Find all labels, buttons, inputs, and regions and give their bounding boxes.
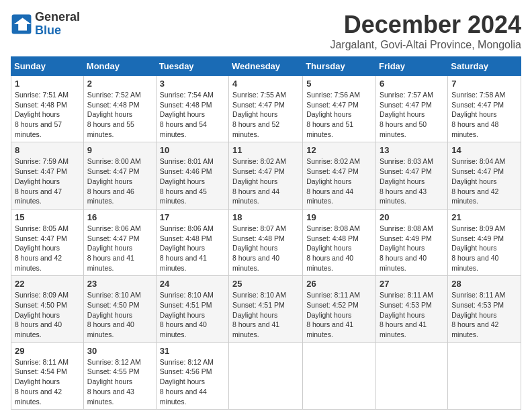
day-info: Sunrise: 8:11 AM Sunset: 4:52 PM Dayligh… bbox=[306, 290, 372, 339]
calendar-week-5: 29 Sunrise: 8:11 AM Sunset: 4:54 PM Dayl… bbox=[11, 342, 521, 409]
month-title: December 2024 bbox=[330, 11, 521, 39]
calendar-cell: 13 Sunrise: 8:03 AM Sunset: 4:47 PM Dayl… bbox=[376, 142, 448, 209]
calendar-cell: 29 Sunrise: 8:11 AM Sunset: 4:54 PM Dayl… bbox=[11, 342, 84, 409]
day-info: Sunrise: 8:05 AM Sunset: 4:47 PM Dayligh… bbox=[15, 224, 80, 273]
day-number: 26 bbox=[306, 279, 372, 289]
day-info: Sunrise: 8:10 AM Sunset: 4:50 PM Dayligh… bbox=[87, 290, 152, 339]
day-number: 20 bbox=[380, 212, 444, 222]
calendar-cell bbox=[229, 342, 303, 409]
day-number: 31 bbox=[160, 346, 225, 356]
day-info: Sunrise: 8:01 AM Sunset: 4:46 PM Dayligh… bbox=[160, 156, 225, 205]
location-title: Jargalant, Govi-Altai Province, Mongolia bbox=[330, 39, 521, 51]
calendar-cell: 22 Sunrise: 8:09 AM Sunset: 4:50 PM Dayl… bbox=[11, 276, 84, 342]
header-saturday: Saturday bbox=[448, 57, 521, 76]
calendar-week-2: 8 Sunrise: 7:59 AM Sunset: 4:47 PM Dayli… bbox=[11, 142, 521, 209]
day-info: Sunrise: 7:57 AM Sunset: 4:47 PM Dayligh… bbox=[380, 90, 444, 139]
day-number: 6 bbox=[380, 79, 444, 89]
calendar-week-3: 15 Sunrise: 8:05 AM Sunset: 4:47 PM Dayl… bbox=[11, 209, 521, 275]
day-number: 30 bbox=[87, 346, 152, 356]
calendar-cell: 11 Sunrise: 8:02 AM Sunset: 4:47 PM Dayl… bbox=[229, 142, 303, 209]
day-info: Sunrise: 8:11 AM Sunset: 4:54 PM Dayligh… bbox=[15, 357, 80, 406]
calendar-cell: 1 Sunrise: 7:51 AM Sunset: 4:48 PM Dayli… bbox=[11, 76, 84, 142]
day-info: Sunrise: 8:07 AM Sunset: 4:48 PM Dayligh… bbox=[232, 224, 299, 273]
calendar-cell: 6 Sunrise: 7:57 AM Sunset: 4:47 PM Dayli… bbox=[376, 76, 448, 142]
day-number: 22 bbox=[15, 279, 80, 289]
calendar-cell: 17 Sunrise: 8:06 AM Sunset: 4:48 PM Dayl… bbox=[156, 209, 228, 275]
day-number: 5 bbox=[306, 79, 372, 89]
day-info: Sunrise: 8:06 AM Sunset: 4:47 PM Dayligh… bbox=[87, 224, 152, 273]
day-info: Sunrise: 8:08 AM Sunset: 4:49 PM Dayligh… bbox=[380, 224, 444, 273]
day-info: Sunrise: 7:59 AM Sunset: 4:47 PM Dayligh… bbox=[15, 156, 80, 205]
calendar-cell: 16 Sunrise: 8:06 AM Sunset: 4:47 PM Dayl… bbox=[83, 209, 156, 275]
day-number: 13 bbox=[380, 145, 444, 155]
day-number: 3 bbox=[160, 79, 225, 89]
day-info: Sunrise: 7:52 AM Sunset: 4:48 PM Dayligh… bbox=[87, 90, 152, 139]
day-number: 1 bbox=[15, 79, 80, 89]
day-info: Sunrise: 8:02 AM Sunset: 4:47 PM Dayligh… bbox=[232, 156, 299, 205]
day-number: 17 bbox=[160, 212, 225, 222]
calendar-cell: 8 Sunrise: 7:59 AM Sunset: 4:47 PM Dayli… bbox=[11, 142, 84, 209]
day-number: 12 bbox=[306, 145, 372, 155]
day-info: Sunrise: 7:58 AM Sunset: 4:47 PM Dayligh… bbox=[451, 90, 517, 139]
day-info: Sunrise: 8:09 AM Sunset: 4:49 PM Dayligh… bbox=[451, 224, 517, 273]
day-number: 18 bbox=[232, 212, 299, 222]
day-info: Sunrise: 8:11 AM Sunset: 4:53 PM Dayligh… bbox=[380, 290, 444, 339]
calendar-cell: 14 Sunrise: 8:04 AM Sunset: 4:47 PM Dayl… bbox=[448, 142, 521, 209]
logo-text: General Blue bbox=[35, 11, 80, 38]
day-number: 2 bbox=[87, 79, 152, 89]
day-info: Sunrise: 8:12 AM Sunset: 4:55 PM Dayligh… bbox=[87, 357, 152, 406]
calendar-cell: 9 Sunrise: 8:00 AM Sunset: 4:47 PM Dayli… bbox=[83, 142, 156, 209]
header-thursday: Thursday bbox=[303, 57, 376, 76]
calendar-cell: 12 Sunrise: 8:02 AM Sunset: 4:47 PM Dayl… bbox=[303, 142, 376, 209]
day-number: 21 bbox=[451, 212, 517, 222]
calendar-week-4: 22 Sunrise: 8:09 AM Sunset: 4:50 PM Dayl… bbox=[11, 276, 521, 342]
logo: General Blue bbox=[11, 11, 80, 38]
calendar-cell: 21 Sunrise: 8:09 AM Sunset: 4:49 PM Dayl… bbox=[448, 209, 521, 275]
day-number: 28 bbox=[451, 279, 517, 289]
calendar-cell: 19 Sunrise: 8:08 AM Sunset: 4:48 PM Dayl… bbox=[303, 209, 376, 275]
day-number: 27 bbox=[380, 279, 444, 289]
day-info: Sunrise: 7:55 AM Sunset: 4:47 PM Dayligh… bbox=[232, 90, 299, 139]
day-info: Sunrise: 8:12 AM Sunset: 4:56 PM Dayligh… bbox=[160, 357, 225, 406]
header-sunday: Sunday bbox=[11, 57, 84, 76]
calendar-cell: 4 Sunrise: 7:55 AM Sunset: 4:47 PM Dayli… bbox=[229, 76, 303, 142]
day-number: 10 bbox=[160, 145, 225, 155]
calendar-cell: 26 Sunrise: 8:11 AM Sunset: 4:52 PM Dayl… bbox=[303, 276, 376, 342]
page-header: General Blue December 2024 Jargalant, Go… bbox=[11, 11, 521, 51]
title-section: December 2024 Jargalant, Govi-Altai Prov… bbox=[330, 11, 521, 51]
day-number: 19 bbox=[306, 212, 372, 222]
day-number: 23 bbox=[87, 279, 152, 289]
logo-blue: Blue bbox=[35, 24, 80, 38]
calendar-cell: 27 Sunrise: 8:11 AM Sunset: 4:53 PM Dayl… bbox=[376, 276, 448, 342]
header-tuesday: Tuesday bbox=[156, 57, 228, 76]
day-info: Sunrise: 8:09 AM Sunset: 4:50 PM Dayligh… bbox=[15, 290, 80, 339]
header-monday: Monday bbox=[83, 57, 156, 76]
day-number: 24 bbox=[160, 279, 225, 289]
calendar-cell: 30 Sunrise: 8:12 AM Sunset: 4:55 PM Dayl… bbox=[83, 342, 156, 409]
calendar-cell bbox=[376, 342, 448, 409]
day-number: 14 bbox=[451, 145, 517, 155]
day-number: 15 bbox=[15, 212, 80, 222]
calendar-cell: 20 Sunrise: 8:08 AM Sunset: 4:49 PM Dayl… bbox=[376, 209, 448, 275]
day-info: Sunrise: 8:08 AM Sunset: 4:48 PM Dayligh… bbox=[306, 224, 372, 273]
calendar-cell bbox=[303, 342, 376, 409]
calendar-cell bbox=[448, 342, 521, 409]
calendar-cell: 5 Sunrise: 7:56 AM Sunset: 4:47 PM Dayli… bbox=[303, 76, 376, 142]
day-number: 29 bbox=[15, 346, 80, 356]
calendar-cell: 15 Sunrise: 8:05 AM Sunset: 4:47 PM Dayl… bbox=[11, 209, 84, 275]
logo-icon bbox=[11, 13, 32, 35]
day-info: Sunrise: 8:02 AM Sunset: 4:47 PM Dayligh… bbox=[306, 156, 372, 205]
day-number: 9 bbox=[87, 145, 152, 155]
calendar-cell: 25 Sunrise: 8:10 AM Sunset: 4:51 PM Dayl… bbox=[229, 276, 303, 342]
day-info: Sunrise: 7:54 AM Sunset: 4:48 PM Dayligh… bbox=[160, 90, 225, 139]
logo-general: General bbox=[35, 11, 80, 24]
day-number: 25 bbox=[232, 279, 299, 289]
calendar-cell: 23 Sunrise: 8:10 AM Sunset: 4:50 PM Dayl… bbox=[83, 276, 156, 342]
calendar-cell: 18 Sunrise: 8:07 AM Sunset: 4:48 PM Dayl… bbox=[229, 209, 303, 275]
calendar-header-row: SundayMondayTuesdayWednesdayThursdayFrid… bbox=[11, 57, 521, 76]
day-number: 4 bbox=[232, 79, 299, 89]
day-info: Sunrise: 8:11 AM Sunset: 4:53 PM Dayligh… bbox=[451, 290, 517, 339]
calendar-cell: 28 Sunrise: 8:11 AM Sunset: 4:53 PM Dayl… bbox=[448, 276, 521, 342]
day-info: Sunrise: 8:00 AM Sunset: 4:47 PM Dayligh… bbox=[87, 156, 152, 205]
day-info: Sunrise: 7:51 AM Sunset: 4:48 PM Dayligh… bbox=[15, 90, 80, 139]
